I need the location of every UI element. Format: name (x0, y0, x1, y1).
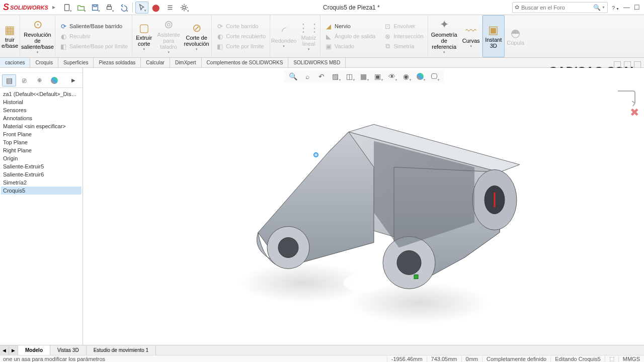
tab-mbd[interactable]: SOLIDWORKS MBD (288, 58, 346, 67)
hide-show-button[interactable]: ▣▼ (371, 71, 384, 82)
config-manager-tab[interactable]: ⊕ (32, 74, 46, 86)
tab-estudio-movimiento[interactable]: Estudio de movimiento 1 (87, 345, 156, 355)
tree-item[interactable]: Top Plane (1, 138, 82, 146)
tree-item[interactable]: Material <sin especificar> (1, 122, 82, 130)
status-hint: one un asa para modificar los parámetros (0, 356, 387, 362)
search-box[interactable]: ✿ 🔍 ▼ (512, 2, 608, 13)
model-3d-view (183, 102, 545, 333)
search-input[interactable] (521, 5, 593, 11)
tab-calcular[interactable]: Calcular (141, 58, 170, 67)
bottom-tabs: ◀ ▶ Modelo Vistas 3D Estudio de movimien… (0, 345, 644, 355)
tree-item-selected[interactable]: Croquis5 (1, 187, 82, 195)
doc-restore-button[interactable] (624, 61, 631, 68)
rib-button[interactable]: ◢Nervio (323, 22, 377, 31)
status-coord-y: 743.05mm (427, 356, 461, 362)
mirror-button: ⧉Simetría (381, 42, 425, 51)
tree-item[interactable]: Annotations (1, 114, 82, 122)
ref-geometry-button[interactable]: ✦Geometría de referencia▼ (428, 15, 460, 57)
tree-item[interactable]: Right Plane (1, 146, 82, 154)
tree-item[interactable]: Historial (1, 98, 82, 106)
property-manager-tab[interactable]: ⎚ (17, 74, 31, 86)
tree-root[interactable]: za1 (Default<<Default>_Display S (1, 90, 82, 98)
options-list-button[interactable] (164, 2, 177, 14)
view-display-button[interactable]: 🖵▼ (428, 71, 441, 82)
view-settings-button[interactable]: 👁▼ (385, 71, 398, 82)
revolve-cut-button[interactable]: ⊘ Corte de revolución▼ (182, 15, 212, 57)
tree-item[interactable]: Simetría2 (1, 178, 82, 187)
tab-modelo[interactable]: Modelo (18, 345, 50, 355)
loft-cut-button: ◐Corte recubierto (214, 32, 268, 41)
busy-cursor-icon (313, 152, 318, 157)
app-logo: SSOLIDWORKS (0, 2, 51, 13)
tab-dimxpert[interactable]: DimXpert (170, 58, 202, 67)
zoom-area-button[interactable]: ⌕ (301, 71, 314, 82)
feature-tree[interactable]: za1 (Default<<Default>_Display S Histori… (0, 88, 83, 348)
previous-view-button[interactable]: ↶ (315, 71, 328, 82)
boundary-cut-button: ◧Corte por límite (214, 42, 268, 51)
tab-croquis[interactable]: Croquis (30, 58, 58, 67)
tab-piezas-soldadas[interactable]: Piezas soldadas (94, 58, 141, 67)
boundary-boss-button: ◧Saliente/Base por límite (57, 42, 130, 51)
heads-up-view-toolbar: 🔍 ⌕ ↶ ▨▼ ◫▼ ▦▼ ▣▼ 👁▼ ◉▼ ▼ 🖵▼ (284, 70, 444, 83)
svg-point-12 (344, 274, 384, 292)
graphics-viewport[interactable]: 🔍 ⌕ ↶ ▨▼ ◫▼ ▦▼ ▣▼ 👁▼ ◉▼ ▼ 🖵▼ (83, 68, 644, 348)
tree-item[interactable]: Front Plane (1, 130, 82, 138)
svg-point-16 (397, 250, 421, 275)
tree-item[interactable]: Sensores (1, 106, 82, 114)
rebuild-button[interactable]: ⬤ (149, 2, 163, 14)
zoom-fit-button[interactable]: 🔍 (287, 71, 300, 82)
loft-boss-button: ◐Recubrir (57, 32, 130, 41)
select-button[interactable]: ▼ (135, 2, 148, 14)
open-button[interactable]: ▼ (74, 2, 88, 14)
section-view-button[interactable]: ▨▼ (329, 71, 342, 82)
appearance-tab[interactable] (47, 74, 61, 86)
intersect-button: ⊗Intersección (381, 32, 425, 41)
apply-scene-button[interactable]: ▼ (414, 71, 427, 82)
tab-nav-prev[interactable]: ◀ (0, 345, 9, 355)
tab-complementos[interactable]: Complementos de SOLIDWORKS (202, 58, 289, 67)
main-area: ▤ ⎚ ⊕ ▶ za1 (Default<<Default>_Display S… (0, 68, 644, 348)
tab-nav-next[interactable]: ▶ (9, 345, 18, 355)
doc-minimize-button[interactable] (614, 61, 621, 68)
status-bar: one un asa para modificar los parámetros… (0, 355, 644, 362)
command-manager-tabs: caciones Croquis Superficies Piezas sold… (0, 58, 644, 68)
linear-pattern-button: ⋮⋮Matriz lineal▼ (297, 15, 320, 57)
status-units[interactable]: MMGS (618, 356, 644, 362)
search-icon[interactable]: 🔍 (593, 4, 601, 11)
feature-tree-tab[interactable]: ▤ (2, 74, 16, 86)
panel-expand-button[interactable]: ▶ (66, 74, 80, 86)
doc-close-button[interactable] (634, 61, 641, 68)
help-button[interactable]: ?▼ (612, 4, 619, 12)
svg-rect-1 (92, 5, 98, 10)
tab-operaciones[interactable]: caciones (0, 58, 30, 67)
extrude-boss-button[interactable]: ▦ truir e/base (0, 15, 20, 57)
settings-button[interactable]: ▼ (178, 2, 191, 14)
tab-superficies[interactable]: Superficies (58, 58, 94, 67)
tree-item[interactable]: Saliente-Extruir6 (1, 170, 82, 178)
print-button[interactable]: ▼ (103, 2, 116, 14)
ribbon: ▦ truir e/base ⊙ Revolución de saliente/… (0, 15, 644, 58)
undo-button[interactable]: ▼ (117, 2, 130, 14)
minimize-button[interactable]: — (623, 4, 630, 11)
new-doc-button[interactable]: ▼ (60, 2, 73, 14)
maximize-button[interactable]: ☐ (634, 4, 640, 11)
instant-3d-button[interactable]: ▣Instant 3D (482, 15, 505, 57)
cancel-sketch-button[interactable]: ✖ (630, 106, 639, 119)
curves-button[interactable]: 〰Curvas▼ (460, 15, 482, 57)
window-title: Croquis5 de Pieza1 * (191, 4, 512, 11)
extrude-cut-button[interactable]: ▢ Extruir corte▼ (132, 15, 155, 57)
tab-vistas-3d[interactable]: Vistas 3D (50, 345, 87, 355)
edit-appearance-button[interactable]: ◉▼ (399, 71, 413, 82)
revolve-boss-button[interactable]: ⊙ Revolución de saliente/base ▼ (20, 15, 55, 57)
save-button[interactable]: ▼ (89, 2, 102, 14)
wrap-button: ⊡Envolver (381, 22, 425, 31)
swept-boss-button[interactable]: ⟳Saliente/Base barrido (57, 22, 130, 31)
hole-wizard-button: ⊚ Asistente para taladro▼ (155, 15, 182, 57)
svg-point-14 (278, 237, 298, 257)
tree-item[interactable]: Saliente-Extruir5 (1, 162, 82, 170)
display-style-button[interactable]: ▦▼ (357, 71, 370, 82)
fillet-button: ◜Redondeo▼ (270, 15, 297, 57)
view-orientation-button[interactable]: ◫▼ (343, 71, 356, 82)
status-custom-icon[interactable]: ⬚ (605, 355, 618, 362)
tree-item[interactable]: Origin (1, 154, 82, 162)
